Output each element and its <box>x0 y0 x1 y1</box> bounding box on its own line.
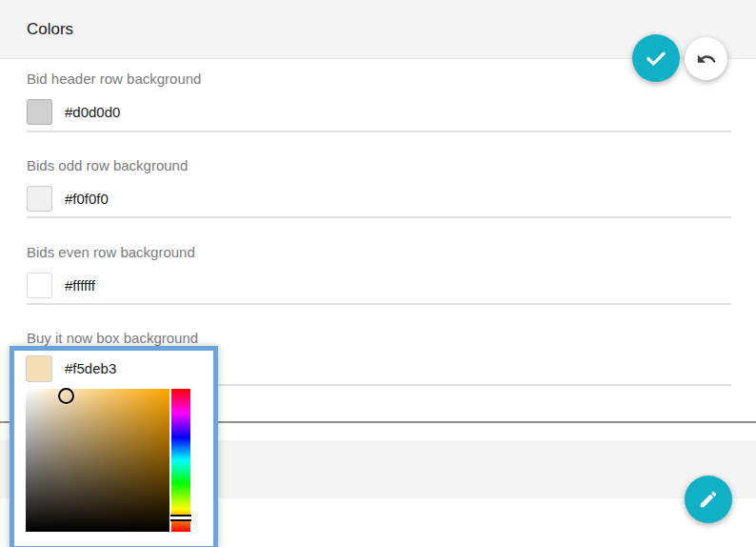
color-picker-popup: #f5deb3 <box>10 346 218 547</box>
hue-selector-bar[interactable] <box>170 515 191 521</box>
picker-current-swatch[interactable] <box>26 355 52 382</box>
hue-slider[interactable] <box>171 389 190 532</box>
sv-black-gradient <box>26 389 169 532</box>
color-value-field[interactable]: #ffffff <box>65 273 95 298</box>
pencil-icon <box>698 489 719 510</box>
row-label: Bid header row background <box>27 71 201 87</box>
color-value-field[interactable]: #d0d0d0 <box>65 99 120 125</box>
check-icon <box>644 46 668 71</box>
field-underline <box>27 131 731 132</box>
sv-selector-circle[interactable] <box>58 388 74 404</box>
field-underline <box>27 303 731 305</box>
page-title: Colors <box>27 0 73 58</box>
picker-value-field[interactable]: #f5deb3 <box>65 355 116 382</box>
row-label: Bids even row background <box>27 244 195 260</box>
color-swatch[interactable] <box>27 99 52 125</box>
edit-button[interactable] <box>685 476 732 523</box>
undo-icon <box>696 49 717 70</box>
confirm-button[interactable] <box>632 34 680 82</box>
field-underline <box>27 216 731 218</box>
row-label: Bids odd row background <box>27 157 188 173</box>
color-swatch[interactable] <box>27 273 52 298</box>
color-value-field[interactable]: #f0f0f0 <box>65 186 109 212</box>
color-swatch[interactable] <box>27 186 52 212</box>
row-label: Buy it now box background <box>27 330 198 346</box>
undo-button[interactable] <box>685 37 727 80</box>
saturation-value-area[interactable] <box>26 389 169 532</box>
